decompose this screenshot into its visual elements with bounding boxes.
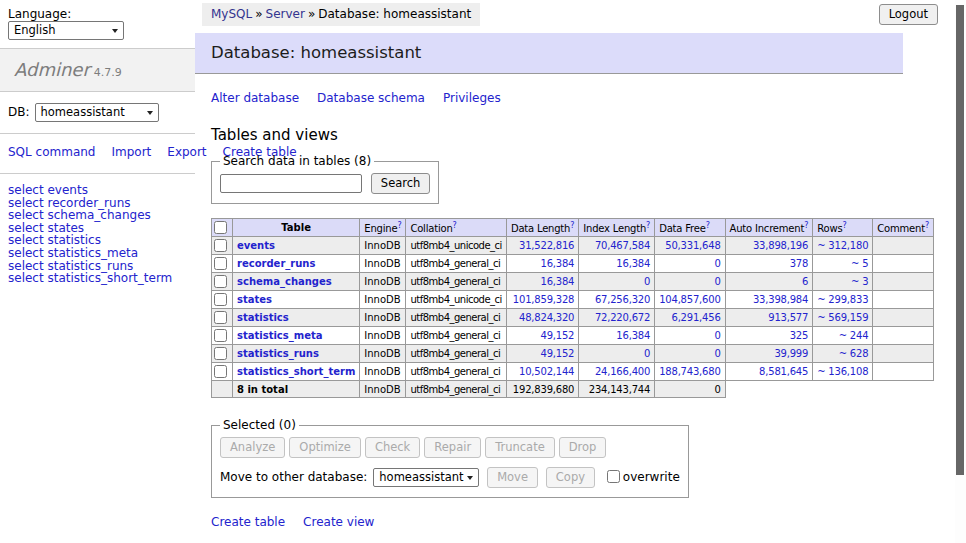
cell-data-free-link[interactable]: 0 <box>714 348 720 359</box>
db-link-database-schema[interactable]: Database schema <box>317 91 425 105</box>
comment-help-link[interactable]: ? <box>925 221 929 230</box>
table-header-row: TableEngine?Collation?Data Length?Index … <box>212 219 934 237</box>
logout-button[interactable]: Logout <box>879 4 938 25</box>
cell-engine: InnoDB <box>360 291 406 309</box>
cell-data-length-link[interactable]: 48,824,320 <box>519 312 574 323</box>
cell-engine: InnoDB <box>360 327 406 345</box>
cell-data-length-link[interactable]: 101,859,328 <box>513 294 574 305</box>
row-checkbox[interactable] <box>214 329 227 342</box>
cell-index-length-link[interactable]: 0 <box>644 276 650 287</box>
table-link-statistics-short-term[interactable]: statistics_short_term <box>237 366 355 377</box>
cell-index-length-link[interactable]: 67,256,320 <box>595 294 650 305</box>
optimize-button[interactable]: Optimize <box>289 437 361 458</box>
table-link-schema-changes[interactable]: schema_changes <box>237 276 332 287</box>
db-link-privileges[interactable]: Privileges <box>443 91 501 105</box>
cell-data-length-link[interactable]: 16,384 <box>540 258 574 269</box>
cell-auto-increment-link[interactable]: 8,581,645 <box>759 366 808 377</box>
cell-auto-increment-link[interactable]: 913,577 <box>768 312 808 323</box>
rows-help-link[interactable]: ? <box>842 221 846 230</box>
cell-rows-link[interactable]: ~ 628 <box>839 348 869 359</box>
cell-data-free-link[interactable]: 104,857,600 <box>659 294 720 305</box>
search-input[interactable] <box>220 174 362 193</box>
scrollbar[interactable] <box>955 0 966 543</box>
cell-data-length-link[interactable]: 10,502,144 <box>519 366 574 377</box>
cell-data-free-link[interactable]: 50,331,648 <box>665 240 720 251</box>
cell-rows-link[interactable]: ~ 569,159 <box>817 312 868 323</box>
table-link-events[interactable]: events <box>237 240 275 251</box>
cell-data-length-link[interactable]: 49,152 <box>540 348 574 359</box>
db-link-alter-database[interactable]: Alter database <box>211 91 299 105</box>
cell-rows-link[interactable]: ~ 3 <box>851 276 868 287</box>
chevron-down-icon <box>147 111 153 115</box>
truncate-button[interactable]: Truncate <box>485 437 555 458</box>
drop-button[interactable]: Drop <box>559 437 607 458</box>
check-button[interactable]: Check <box>365 437 420 458</box>
cell-index-length-link[interactable]: 72,220,672 <box>595 312 650 323</box>
table-link-statistics-meta[interactable]: statistics_meta <box>237 330 322 341</box>
cell-auto-increment-link[interactable]: 6 <box>802 276 808 287</box>
row-checkbox[interactable] <box>214 257 227 270</box>
search-button[interactable]: Search <box>371 173 431 194</box>
cell-data-length-link[interactable]: 16,384 <box>540 276 574 287</box>
collation-help-link[interactable]: ? <box>453 221 457 230</box>
db-select[interactable]: homeassistant <box>35 103 159 122</box>
row-checkbox[interactable] <box>214 275 227 288</box>
create-link-create-table[interactable]: Create table <box>211 515 285 529</box>
auto-increment-help-link[interactable]: ? <box>804 221 808 230</box>
move-button[interactable]: Move <box>487 467 538 488</box>
table-row-statistics-runs: statistics_runsInnoDButf8mb4_general_ci4… <box>212 345 934 363</box>
row-checkbox[interactable] <box>214 311 227 324</box>
data-length-help-link[interactable]: ? <box>570 221 574 230</box>
cell-rows-link[interactable]: ~ 136,108 <box>817 366 868 377</box>
cell-rows-link[interactable]: ~ 312,180 <box>817 240 868 251</box>
breadcrumb-mysql[interactable]: MySQL <box>211 7 252 21</box>
app-logo[interactable]: Adminer <box>14 59 90 80</box>
row-checkbox[interactable] <box>214 347 227 360</box>
table-link-states[interactable]: states <box>237 294 272 305</box>
language-select[interactable]: English <box>8 21 124 40</box>
index-length-help-link[interactable]: ? <box>646 221 650 230</box>
cell-data-free-link[interactable]: 188,743,680 <box>659 366 720 377</box>
cell-index-length-link[interactable]: 70,467,584 <box>595 240 650 251</box>
cell-auto-increment-link[interactable]: 39,999 <box>774 348 808 359</box>
cell-data-free-link[interactable]: 6,291,456 <box>671 312 720 323</box>
cell-data-length-link[interactable]: 31,522,816 <box>519 240 574 251</box>
copy-button[interactable]: Copy <box>546 467 595 488</box>
move-db-select[interactable]: homeassistant <box>373 468 479 487</box>
cell-data-free-link[interactable]: 0 <box>714 330 720 341</box>
cell-rows-link[interactable]: ~ 244 <box>839 330 869 341</box>
row-checkbox[interactable] <box>214 239 227 252</box>
analyze-button[interactable]: Analyze <box>220 437 285 458</box>
cell-auto-increment-link[interactable]: 378 <box>790 258 809 269</box>
engine-help-link[interactable]: ? <box>397 221 401 230</box>
breadcrumb-server[interactable]: Server <box>266 7 305 21</box>
cell-auto-increment-link[interactable]: 33,898,196 <box>753 240 808 251</box>
cell-index-length-link[interactable]: 16,384 <box>616 330 650 341</box>
table-link-recorder-runs[interactable]: recorder_runs <box>237 258 315 269</box>
cell-index-length-link[interactable]: 0 <box>644 348 650 359</box>
row-checkbox[interactable] <box>214 365 227 378</box>
select-all-checkbox[interactable] <box>214 221 227 234</box>
row-checkbox-cell <box>212 255 233 273</box>
cell-rows-link[interactable]: ~ 299,833 <box>817 294 868 305</box>
sidebar-select-statistics-short-term[interactable]: select statistics_short_term <box>8 271 172 285</box>
data-free-help-link[interactable]: ? <box>706 221 710 230</box>
cell-data-length-link[interactable]: 49,152 <box>540 330 574 341</box>
cell-data-free-link[interactable]: 0 <box>714 276 720 287</box>
table-link-statistics[interactable]: statistics <box>237 312 289 323</box>
cell-rows-link[interactable]: ~ 5 <box>851 258 868 269</box>
cell-index-length-link[interactable]: 24,166,400 <box>595 366 650 377</box>
repair-button[interactable]: Repair <box>424 437 481 458</box>
cell-auto-increment-link[interactable]: 33,398,984 <box>753 294 808 305</box>
table-link-statistics-runs[interactable]: statistics_runs <box>237 348 319 359</box>
scrollbar-thumb[interactable] <box>956 5 964 475</box>
cell-index-length-link[interactable]: 16,384 <box>616 258 650 269</box>
row-checkbox[interactable] <box>214 293 227 306</box>
cell-data-free-link[interactable]: 0 <box>714 258 720 269</box>
create-link-create-view[interactable]: Create view <box>303 515 374 529</box>
sidebar-link-sql-command[interactable]: SQL command <box>8 145 95 159</box>
cell-auto-increment-link[interactable]: 325 <box>790 330 809 341</box>
sidebar-link-import[interactable]: Import <box>111 145 151 159</box>
row-checkbox-cell <box>212 345 233 363</box>
overwrite-checkbox[interactable] <box>607 470 620 483</box>
